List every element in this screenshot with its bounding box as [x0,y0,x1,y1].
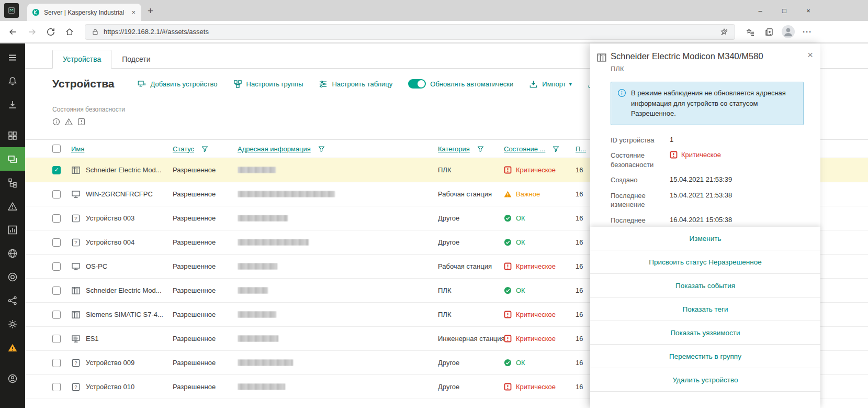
sidebar-item-network-map[interactable] [0,241,25,265]
collections-button[interactable] [760,23,778,41]
import-button[interactable]: Импорт▾ [529,80,571,89]
security-state: Критическое [504,383,576,391]
row-checkbox[interactable] [52,383,61,391]
critical-outline-icon[interactable] [77,118,85,126]
row-checkbox[interactable] [52,238,61,247]
configure-groups-button[interactable]: Настроить группы [233,80,303,89]
add-device-icon [138,80,146,89]
column-header[interactable]: Категория [438,145,504,153]
field-label: Состояние безопасности [611,151,670,169]
browser-navbar: https://192.168.2.1/#/assets/assets ··· [0,21,868,43]
context-menu-item[interactable]: Показать теги [590,297,820,321]
user-icon [7,373,18,384]
profile-avatar[interactable] [781,25,795,39]
browser-menu-button[interactable]: ··· [798,23,816,41]
sidebar-item-events[interactable] [0,218,25,241]
filter-icon[interactable] [201,146,208,152]
info-icon [617,89,626,97]
filter-icon[interactable] [318,146,325,152]
sidebar-item-network-monitoring[interactable] [0,265,25,289]
sidebar-item-menu[interactable] [0,46,25,69]
favorites-icon [746,27,755,37]
home-button[interactable] [61,23,78,41]
column-header[interactable]: Имя [71,145,173,153]
select-all-checkbox[interactable] [52,145,61,153]
device-fields: ID устройства1Состояние безопасностиКрит… [590,133,820,228]
context-menu-item[interactable]: Удалить устройство [590,368,820,392]
minimize-button[interactable]: – [748,0,772,21]
configure-table-button[interactable]: Настроить таблицу [319,80,392,89]
warning-outline-icon[interactable] [65,118,73,126]
context-menu-item[interactable]: Переместить в группу [590,345,820,368]
row-checkbox[interactable] [52,190,61,199]
alert-triangle-icon [7,201,18,212]
sidebar-item-connections[interactable] [0,289,25,312]
column-header[interactable]: Состояние ... [504,145,576,153]
sidebar-item-dashboard[interactable] [0,124,25,147]
context-menu-item[interactable]: Показать уязвимости [590,321,820,345]
column-header[interactable]: Адресная информация [238,145,438,153]
row-checkbox[interactable] [52,262,61,271]
redacted-address [238,335,278,342]
row-checkbox[interactable] [52,335,61,343]
tab-title: Server | Kaspersky Industrial Cyb [44,9,126,16]
row-checkbox[interactable] [52,311,61,319]
address-bar[interactable]: https://192.168.2.1/#/assets/assets [85,24,735,40]
device-name: Устройство 010 [86,383,134,391]
device-field: Последнее16.04.2021 15:05:38 [590,213,820,228]
device-status: Разрешенное [173,238,238,246]
auto-update-toggle[interactable]: Обновлять автоматически [408,79,513,89]
device-status: Разрешенное [173,311,238,318]
row-checkbox[interactable] [52,286,61,295]
bookmark-star-icon[interactable] [720,28,728,36]
add-device-button[interactable]: Добавить устройство [138,80,218,89]
app-window: УстройстваПодсети Устройства Добавить ус… [0,43,868,408]
sidebar-item-notifications[interactable] [0,69,25,93]
device-name: ES1 [86,335,99,343]
context-menu-item[interactable]: Показать события [590,274,820,297]
sidebar-item-settings[interactable] [0,312,25,336]
favorites-button[interactable] [741,23,759,41]
tab-close-icon[interactable]: × [130,8,137,16]
content-tab-1[interactable]: Подсети [111,50,161,69]
bell-icon [7,76,18,86]
row-checkbox[interactable] [52,359,61,367]
panel-close-icon[interactable]: × [807,50,813,60]
browser-tab[interactable]: Server | Kaspersky Industrial Cyb × [27,4,141,21]
sidebar-item-user[interactable] [0,367,25,390]
context-menu-item[interactable]: Изменить [590,227,820,250]
sidebar-item-risks[interactable] [0,194,25,218]
filter-icon[interactable] [477,146,484,152]
window-close-button[interactable]: × [796,0,820,21]
filter-icon[interactable] [553,146,559,152]
sidebar-item-warnings[interactable] [0,336,25,359]
refresh-button[interactable] [42,23,60,41]
svg-text:?: ? [74,239,77,245]
row-checkbox[interactable] [52,166,61,174]
row-checkbox[interactable] [52,214,61,223]
forward-button[interactable] [23,23,41,41]
sidebar-item-assets[interactable] [0,147,25,171]
device-name: Siemens SIMATIC S7-4... [86,311,163,318]
info-outline-icon[interactable] [52,118,60,126]
auto-update-label: Обновлять автоматически [430,80,513,88]
column-header[interactable]: Статус [173,145,238,153]
redacted-address [238,167,276,173]
panel-subtitle: ПЛК [611,65,763,73]
device-category: Инженерная станция [438,335,504,343]
auto-update-switch[interactable] [408,79,426,89]
maximize-button[interactable]: □ [772,0,796,21]
redacted-address [238,383,285,390]
import-icon [529,80,538,89]
sidebar-item-downloads[interactable] [0,93,25,116]
sidebar-item-process-control[interactable] [0,171,25,194]
device-name: Schneider Electric Mod... [86,286,162,294]
new-tab-button[interactable]: + [148,6,153,16]
redacted-address [238,263,277,270]
back-button[interactable] [4,23,22,41]
content-tab-0[interactable]: Устройства [52,50,111,69]
hamburger-icon [7,52,18,63]
ok-icon [504,286,512,294]
svg-text:?: ? [74,215,77,221]
context-menu-item[interactable]: Присвоить статус Неразрешенное [590,250,820,274]
